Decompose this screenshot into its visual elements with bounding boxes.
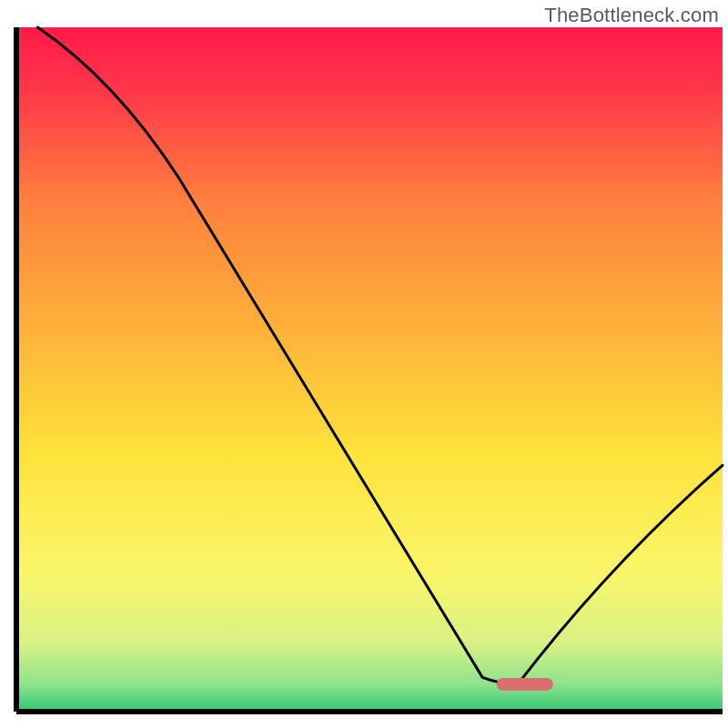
chart-container: { "watermark": "TheBottleneck.com", "cha… [0,0,728,728]
watermark-text: TheBottleneck.com [544,4,719,27]
optimal-marker [497,678,553,691]
chart-background-gradient [16,27,723,712]
bottleneck-chart [0,0,728,728]
